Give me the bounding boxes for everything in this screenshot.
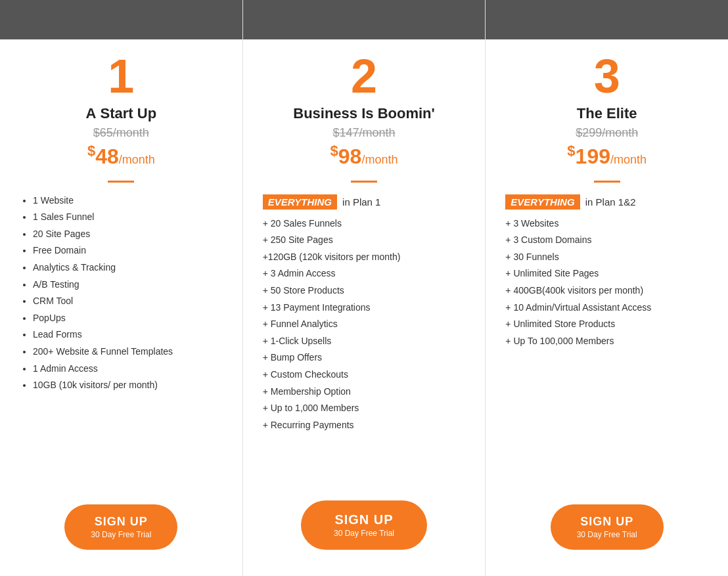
plan-price-current: $48/month: [87, 143, 155, 169]
signup-button-2[interactable]: SIGN UP30 Day Free Trial: [301, 500, 427, 550]
everything-line: EVERYTHING in Plan 1: [263, 194, 466, 210]
plan-name: Business Is Boomin': [293, 105, 435, 122]
plan-number: 1: [108, 53, 134, 100]
everything-badge: EVERYTHING: [263, 194, 337, 210]
plan-price-current: $98/month: [330, 143, 398, 169]
signup-button-sublabel: 30 Day Free Trial: [577, 530, 637, 539]
feature-item: 1 Admin Access: [33, 363, 223, 376]
plus-feature: + Unlimited Store Products: [505, 318, 708, 331]
plus-feature: + 10 Admin/Virtual Assistant Access: [505, 301, 708, 315]
feature-item: Analytics & Tracking: [33, 261, 223, 275]
plan-features: EVERYTHING in Plan 1&2+ 3 Websites+ 3 Cu…: [486, 194, 728, 489]
plus-feature: + 30 Funnels: [505, 251, 708, 264]
feature-item: Free Domain: [33, 244, 223, 257]
plus-feature: + Recurring Payments: [263, 419, 466, 432]
signup-button-1[interactable]: SIGN UP30 Day Free Trial: [64, 504, 177, 550]
plan-features: EVERYTHING in Plan 1+ 20 Sales Funnels+ …: [243, 194, 486, 485]
plan-card-2: 2Business Is Boomin'$147/month$98/monthE…: [242, 0, 486, 576]
plan-top-bar: [486, 0, 728, 39]
feature-item: 10GB (10k visitors/ per month): [33, 379, 223, 392]
plan-card-1: 1A Start Up$65/month$48/month1 Website1 …: [0, 0, 242, 576]
feature-item: PopUps: [33, 312, 223, 325]
plus-feature: + Unlimited Site Pages: [505, 267, 708, 280]
plus-feature: + Up To 100,000 Members: [505, 335, 708, 348]
plan-card-3: 3The Elite$299/month$199/monthEVERYTHING…: [485, 0, 728, 576]
signup-button-label: SIGN UP: [577, 515, 637, 529]
plan-divider: [351, 181, 377, 183]
plus-feature: + 250 Site Pages: [263, 234, 466, 247]
plus-feature: + Up to 1,000 Members: [263, 402, 466, 415]
signup-button-3[interactable]: SIGN UP30 Day Free Trial: [551, 504, 664, 550]
everything-badge: EVERYTHING: [505, 194, 580, 210]
feature-item: 1 Website: [33, 194, 223, 208]
everything-line: EVERYTHING in Plan 1&2: [505, 194, 708, 210]
plus-feature: + 13 Payment Integrations: [263, 301, 466, 315]
plus-feature: + 50 Store Products: [263, 284, 466, 298]
plan-name: The Elite: [577, 105, 637, 122]
plan-price-original: $299/month: [576, 126, 638, 140]
plus-feature: + 3 Admin Access: [263, 267, 466, 280]
plus-feature: + Funnel Analytics: [263, 318, 466, 331]
plus-feature: + Custom Checkouts: [263, 368, 466, 382]
plus-feature: + 20 Sales Funnels: [263, 217, 466, 231]
pricing-wrapper: 1A Start Up$65/month$48/month1 Website1 …: [0, 0, 728, 576]
plus-feature: +120GB (120k visitors per month): [263, 251, 466, 264]
plan-top-bar: [0, 0, 242, 39]
plan-name: A Start Up: [86, 105, 157, 122]
plus-feature: + 400GB(400k visitors per month): [505, 284, 708, 298]
plus-feature: + 3 Custom Domains: [505, 234, 708, 247]
plan-price-original: $147/month: [332, 126, 395, 140]
plan-top-bar: [243, 0, 486, 39]
plan-divider: [108, 181, 134, 183]
feature-item: 200+ Website & Funnel Templates: [33, 345, 223, 359]
plan-price-original: $65/month: [93, 126, 149, 140]
feature-item: 1 Sales Funnel: [33, 211, 223, 224]
feature-item: CRM Tool: [33, 295, 223, 308]
signup-button-sublabel: 30 Day Free Trial: [91, 530, 151, 539]
plan-price-current: $199/month: [567, 143, 647, 169]
plus-feature: + 1-Click Upsells: [263, 335, 466, 348]
plus-feature: + 3 Websites: [505, 217, 708, 231]
feature-item: Lead Forms: [33, 328, 223, 342]
signup-button-label: SIGN UP: [334, 512, 394, 527]
feature-item: 20 Site Pages: [33, 228, 223, 241]
plus-feature: + Membership Option: [263, 386, 466, 399]
plan-features: 1 Website1 Sales Funnel20 Site PagesFree…: [0, 194, 242, 489]
signup-button-sublabel: 30 Day Free Trial: [334, 529, 394, 538]
plan-number: 2: [351, 53, 377, 100]
feature-list: 1 Website1 Sales Funnel20 Site PagesFree…: [20, 194, 223, 392]
feature-item: A/B Testing: [33, 278, 223, 292]
signup-button-label: SIGN UP: [91, 515, 151, 529]
plan-number: 3: [594, 53, 620, 100]
plan-divider: [594, 181, 620, 183]
plus-feature: + Bump Offers: [263, 351, 466, 365]
